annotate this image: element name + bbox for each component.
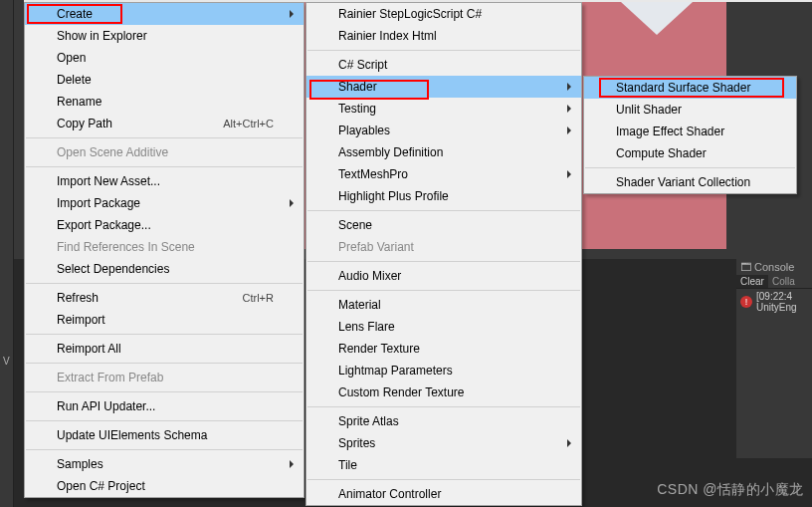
menu-item-label: Standard Surface Shader	[616, 81, 750, 95]
context-menu-item-export-package[interactable]: Export Package...	[25, 214, 304, 236]
create-menu-item-playables[interactable]: Playables	[306, 120, 581, 141]
context-menu-item-select-dependencies[interactable]: Select Dependencies	[25, 258, 304, 280]
menu-item-label: Rainier StepLogicScript C#	[338, 7, 482, 21]
left-edge-label: V	[0, 349, 13, 374]
error-icon: !	[740, 296, 752, 308]
menu-item-label: Custom Render Texture	[338, 385, 465, 399]
console-tab-collapse[interactable]: Colla	[768, 275, 799, 288]
menu-item-label: Import Package	[57, 196, 140, 210]
context-menu-main[interactable]: CreateShow in ExplorerOpenDeleteRenameCo…	[24, 2, 304, 498]
menu-item-label: Prefab Variant	[338, 240, 414, 254]
menu-item-label: Scene	[338, 218, 372, 232]
console-log-row[interactable]: ! [09:22:4 UnityEng	[736, 289, 812, 315]
context-menu-item-copy-path[interactable]: Copy PathAlt+Ctrl+C	[25, 113, 304, 134]
create-menu-item-animator-controller[interactable]: Animator Controller	[306, 483, 581, 505]
create-menu-item-lightmap-parameters[interactable]: Lightmap Parameters	[306, 360, 581, 381]
create-menu-item-testing[interactable]: Testing	[306, 98, 581, 120]
console-icon: 🗔	[740, 261, 751, 273]
context-menu-separator	[26, 166, 303, 167]
menu-item-label: Shader	[338, 80, 377, 94]
context-menu-item-refresh[interactable]: RefreshCtrl+R	[25, 287, 304, 309]
console-tab-clear[interactable]: Clear	[736, 275, 768, 288]
context-menu-item-update-uielements-schema[interactable]: Update UIElements Schema	[25, 424, 304, 446]
menu-item-label: Testing	[338, 102, 376, 116]
menu-item-label: Update UIElements Schema	[57, 428, 207, 442]
context-menu-item-create[interactable]: Create	[25, 3, 304, 25]
menu-item-label: Reimport All	[57, 342, 121, 356]
shader-menu-item-shader-variant-collection[interactable]: Shader Variant Collection	[584, 171, 796, 193]
create-menu-item-scene[interactable]: Scene	[306, 214, 581, 236]
create-menu-item-assembly-definition[interactable]: Assembly Definition	[306, 141, 581, 163]
create-menu-item-sprite-atlas[interactable]: Sprite Atlas	[306, 410, 581, 432]
create-menu-item-render-texture[interactable]: Render Texture	[306, 338, 581, 360]
context-menu-separator	[26, 334, 303, 335]
menu-item-label: Playables	[338, 124, 390, 137]
create-menu-item-audio-mixer[interactable]: Audio Mixer	[306, 265, 581, 287]
menu-item-label: C# Script	[338, 58, 387, 72]
context-menu-separator	[26, 420, 303, 421]
shader-menu-item-compute-shader[interactable]: Compute Shader	[584, 142, 796, 164]
menu-item-label: Render Texture	[338, 342, 420, 356]
shader-menu-item-standard-surface-shader[interactable]: Standard Surface Shader	[584, 77, 796, 99]
left-edge-panel: V	[0, 0, 14, 507]
menu-item-label: Import New Asset...	[57, 174, 160, 188]
create-menu-item-lens-flare[interactable]: Lens Flare	[306, 316, 581, 338]
shader-menu-item-unlit-shader[interactable]: Unlit Shader	[584, 99, 796, 121]
submenu-create[interactable]: Rainier StepLogicScript C#Rainier Index …	[305, 2, 582, 506]
menu-item-label: TextMeshPro	[338, 167, 408, 181]
context-menu-item-extract-from-prefab: Extract From Prefab	[25, 367, 304, 388]
submenu-arrow-icon	[567, 170, 571, 178]
console-log-text: UnityEng	[756, 302, 797, 313]
console-log-time: [09:22:4	[756, 291, 797, 302]
console-panel: 🗔 Console Clear Colla ! [09:22:4 UnityEn…	[736, 259, 812, 458]
watermark: CSDN @恬静的小魔龙	[657, 481, 804, 499]
context-menu-item-run-api-updater[interactable]: Run API Updater...	[25, 395, 304, 417]
context-menu-item-reimport[interactable]: Reimport	[25, 309, 304, 331]
create-menu-item-material[interactable]: Material	[306, 294, 581, 316]
context-menu-item-import-package[interactable]: Import Package	[25, 192, 304, 214]
create-menu-item-textmeshpro[interactable]: TextMeshPro	[306, 163, 581, 185]
menu-item-label: Refresh	[57, 291, 99, 305]
context-menu-item-reimport-all[interactable]: Reimport All	[25, 338, 304, 360]
context-menu-separator	[26, 363, 303, 364]
create-menu-item-c-script[interactable]: C# Script	[306, 54, 581, 76]
menu-item-label: Copy Path	[57, 117, 112, 130]
create-menu-separator	[307, 210, 580, 211]
create-menu-item-sprites[interactable]: Sprites	[306, 432, 581, 454]
submenu-arrow-icon	[567, 105, 571, 113]
console-header: 🗔 Console	[736, 259, 812, 275]
create-menu-item-tile[interactable]: Tile	[306, 454, 581, 476]
create-menu-separator	[307, 406, 580, 407]
menu-item-label: Find References In Scene	[57, 240, 195, 254]
menu-item-label: Compute Shader	[616, 146, 707, 160]
submenu-shader[interactable]: Standard Surface ShaderUnlit ShaderImage…	[583, 76, 797, 194]
context-menu-separator	[26, 137, 303, 138]
menu-item-shortcut: Alt+Ctrl+C	[223, 118, 274, 129]
submenu-arrow-icon	[567, 439, 571, 447]
create-menu-item-highlight-plus-profile[interactable]: Highlight Plus Profile	[306, 185, 581, 207]
menu-item-label: Samples	[57, 457, 103, 471]
submenu-arrow-icon	[290, 10, 294, 18]
create-menu-item-prefab-variant: Prefab Variant	[306, 236, 581, 258]
shader-menu-item-image-effect-shader[interactable]: Image Effect Shader	[584, 121, 796, 142]
menu-item-label: Create	[57, 7, 93, 21]
context-menu-separator	[26, 449, 303, 450]
context-menu-item-rename[interactable]: Rename	[25, 91, 304, 113]
menu-item-label: Select Dependencies	[57, 262, 169, 276]
context-menu-item-import-new-asset[interactable]: Import New Asset...	[25, 170, 304, 192]
submenu-arrow-icon	[290, 460, 294, 468]
console-title: Console	[754, 261, 794, 273]
context-menu-item-open[interactable]: Open	[25, 47, 304, 69]
context-menu-item-show-in-explorer[interactable]: Show in Explorer	[25, 25, 304, 47]
menu-item-label: Extract From Prefab	[57, 371, 163, 384]
menu-item-label: Sprites	[338, 436, 375, 450]
context-menu-separator	[26, 283, 303, 284]
menu-item-label: Open	[57, 51, 86, 65]
create-menu-item-shader[interactable]: Shader	[306, 76, 581, 98]
create-menu-item-rainier-steplogicscript-c[interactable]: Rainier StepLogicScript C#	[306, 3, 581, 25]
context-menu-item-samples[interactable]: Samples	[25, 453, 304, 475]
context-menu-item-open-c-project[interactable]: Open C# Project	[25, 475, 304, 497]
create-menu-item-rainier-index-html[interactable]: Rainier Index Html	[306, 25, 581, 47]
create-menu-item-custom-render-texture[interactable]: Custom Render Texture	[306, 381, 581, 403]
context-menu-item-delete[interactable]: Delete	[25, 69, 304, 91]
